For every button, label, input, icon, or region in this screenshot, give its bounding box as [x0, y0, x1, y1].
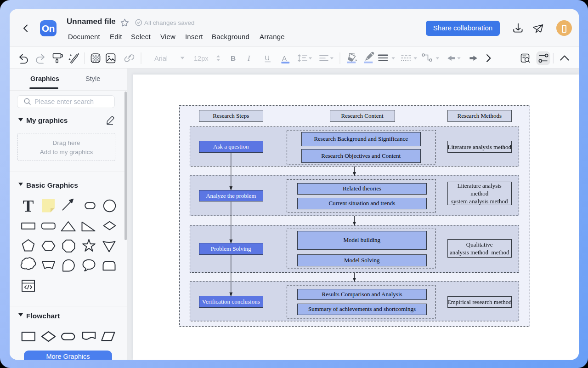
- svg-text:U: U: [265, 54, 270, 62]
- svg-text:T: T: [23, 197, 34, 215]
- svg-text:I: I: [247, 54, 250, 62]
- svg-text:A: A: [282, 54, 287, 62]
- svg-text:12px: 12px: [194, 54, 209, 62]
- svg-text:B: B: [231, 54, 236, 62]
- svg-text:Arial: Arial: [154, 54, 168, 62]
